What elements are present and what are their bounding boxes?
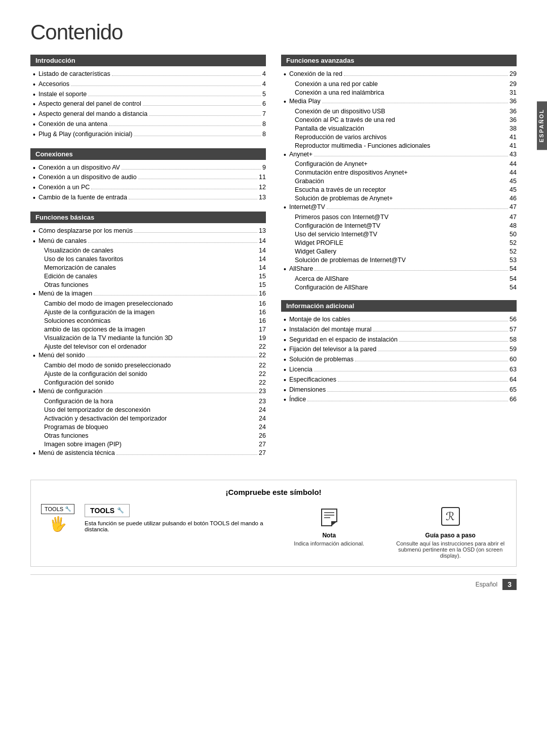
nota-label: Nota xyxy=(322,532,336,539)
list-item: Reproductor multimedia - Funciones adici… xyxy=(284,142,517,149)
sidebar-label: ESPAÑOL xyxy=(537,101,547,150)
list-item: ambio de las opciones de la imagen17 xyxy=(33,326,266,333)
list-item: Otras funciones15 xyxy=(33,281,266,288)
symbol-tools: TOOLS 🔧 🖐 TOOLS 🔧 Esta función se puede … xyxy=(41,504,263,532)
nota-icon xyxy=(319,504,339,529)
content-area: IntroducciónListado de características4A… xyxy=(30,55,517,467)
hand-icon: 🖐 xyxy=(49,516,67,532)
list-item: Aspecto general del mando a distancia7 xyxy=(33,110,266,119)
list-item: Configuración del sonido22 xyxy=(33,379,266,386)
list-item: Acerca de AllShare54 xyxy=(284,275,517,282)
page-title: Contenido xyxy=(30,20,517,45)
list-item: Instale el soporte5 xyxy=(33,91,266,99)
guia-label: Guía paso a paso xyxy=(425,532,476,539)
list-item: Ajuste de la configuración del sonido22 xyxy=(33,370,266,377)
tools-icon: 🔧 xyxy=(117,507,124,514)
section-items-funciones-basicas: Cómo desplazarse por los menús13Menú de … xyxy=(30,227,266,458)
section-items-funciones-avanzadas: Conexión de la red29Conexión a una red p… xyxy=(281,70,517,291)
section-header-funciones-avanzadas: Funciones avanzadas xyxy=(281,55,517,66)
list-item: Internet@TV47 xyxy=(284,203,517,212)
list-item: Configuración de la hora23 xyxy=(33,398,266,405)
list-item: Soluciones económicas16 xyxy=(33,317,266,324)
guia-description: Consulte aquí las instrucciones para abr… xyxy=(395,540,506,559)
svg-text:ℛ: ℛ xyxy=(446,510,455,523)
bottom-title: ¡Compruebe este símbolo! xyxy=(41,488,506,496)
list-item: Reproducción de varios archivos41 xyxy=(284,134,517,141)
list-item: Uso del temporizador de desconexión24 xyxy=(33,406,266,413)
list-item: Conexión de la red29 xyxy=(284,70,517,79)
guia-icon: ℛ xyxy=(439,504,462,529)
list-item: Menú del sonido22 xyxy=(33,352,266,360)
list-item: Configuración de Anynet+44 xyxy=(284,160,517,167)
list-item: AllShare54 xyxy=(284,265,517,274)
list-item: Escucha a través de un receptor45 xyxy=(284,186,517,193)
list-item: Ajuste del televisor con el ordenador22 xyxy=(33,343,266,350)
list-item: Cómo desplazarse por los menús13 xyxy=(33,227,266,236)
tools-label: TOOLS xyxy=(90,507,114,515)
list-item: Conmutación entre dispositivos Anynet+44 xyxy=(284,169,517,176)
list-item: Programas de bloqueo24 xyxy=(33,424,266,431)
list-item: Solución de problemas de Internet@TV53 xyxy=(284,257,517,264)
tools-description: Esta función se puede utilizar pulsando … xyxy=(85,520,263,532)
list-item: Fijación del televisor a la pared59 xyxy=(284,346,517,354)
list-item: Edición de canales15 xyxy=(33,273,266,280)
list-item: Seguridad en el espacio de instalación58 xyxy=(284,336,517,345)
section-items-conexiones: Conexión a un dispositivo AV9Conexión a … xyxy=(30,164,266,202)
list-item: Licencia63 xyxy=(284,366,517,374)
left-column: IntroducciónListado de características4A… xyxy=(30,55,266,467)
list-item: Especificaciones64 xyxy=(284,376,517,385)
section-informacion-adicional: Información adicionalMontaje de los cabl… xyxy=(281,300,517,404)
list-item: Activación y desactivación del temporiza… xyxy=(33,415,266,422)
list-item: Imagen sobre imagen (PIP)27 xyxy=(33,441,266,448)
list-item: Menú de asistencia técnica27 xyxy=(33,449,266,458)
list-item: Uso de los canales favoritos14 xyxy=(33,256,266,263)
list-item: Widget PROFILE52 xyxy=(284,239,517,246)
list-item: Solución de problemas60 xyxy=(284,356,517,364)
list-item: Configuración de AllShare54 xyxy=(284,284,517,291)
list-item: Conexión de un dispositivo USB36 xyxy=(284,108,517,115)
section-introduccion: IntroducciónListado de características4A… xyxy=(30,55,266,139)
right-column: Funciones avanzadasConexión de la red29C… xyxy=(281,55,517,467)
list-item: Conexión a un dispositivo AV9 xyxy=(33,164,266,173)
list-item: Índice66 xyxy=(284,396,517,404)
footer-language: Español xyxy=(476,581,497,588)
list-item: Menú de la imagen16 xyxy=(33,290,266,299)
list-item: Visualización de la TV mediante la funci… xyxy=(33,334,266,342)
nota-description: Indica información adicional. xyxy=(294,540,364,547)
section-header-conexiones: Conexiones xyxy=(30,148,266,160)
list-item: Accesorios4 xyxy=(33,80,266,89)
section-header-funciones-basicas: Funciones básicas xyxy=(30,212,266,223)
list-item: Conexión al PC a través de una red36 xyxy=(284,116,517,123)
section-funciones-basicas: Funciones básicasCómo desplazarse por lo… xyxy=(30,212,266,458)
section-items-informacion-adicional: Montaje de los cables56Instalación del m… xyxy=(281,316,517,404)
list-item: Dimensiones65 xyxy=(284,386,517,395)
list-item: Cambio del modo de imagen preseleccionad… xyxy=(33,300,266,307)
section-header-informacion-adicional: Información adicional xyxy=(281,300,517,312)
list-item: Media Play36 xyxy=(284,98,517,106)
list-item: Memorización de canales14 xyxy=(33,264,266,271)
page-footer: Español 3 xyxy=(30,574,517,590)
list-item: Widget Gallery52 xyxy=(284,248,517,255)
list-item: Montaje de los cables56 xyxy=(284,316,517,324)
list-item: Visualización de canales14 xyxy=(33,247,266,254)
list-item: Conexión a una red por cable29 xyxy=(284,80,517,88)
list-item: Pantalla de visualización38 xyxy=(284,125,517,132)
list-item: Menú de configuración23 xyxy=(33,388,266,396)
list-item: Conexión a un PC12 xyxy=(33,184,266,192)
list-item: Cambio de la fuente de entrada13 xyxy=(33,194,266,202)
list-item: Ajuste de la configuración de la imagen1… xyxy=(33,309,266,316)
list-item: Plug & Play (configuración inicial)8 xyxy=(33,131,266,139)
symbol-nota: Nota Indica información adicional. xyxy=(274,504,385,547)
list-item: Primeros pasos con Internet@TV47 xyxy=(284,214,517,221)
list-item: Conexión de una antena8 xyxy=(33,120,266,129)
list-item: Menú de canales14 xyxy=(33,237,266,246)
list-item: Conexión a un dispositivo de audio11 xyxy=(33,174,266,182)
tools-small-icon: TOOLS 🔧 xyxy=(41,504,74,514)
tools-box: TOOLS 🔧 xyxy=(85,504,130,517)
page: ESPAÑOL Contenido IntroducciónListado de… xyxy=(0,0,547,605)
symbols-area: TOOLS 🔧 🖐 TOOLS 🔧 Esta función se puede … xyxy=(41,504,506,559)
footer-page-number: 3 xyxy=(502,579,517,590)
list-item: Aspecto general del panel de control6 xyxy=(33,100,266,109)
list-item: Solución de problemas de Anynet+46 xyxy=(284,195,517,202)
list-item: Anynet+43 xyxy=(284,151,517,159)
